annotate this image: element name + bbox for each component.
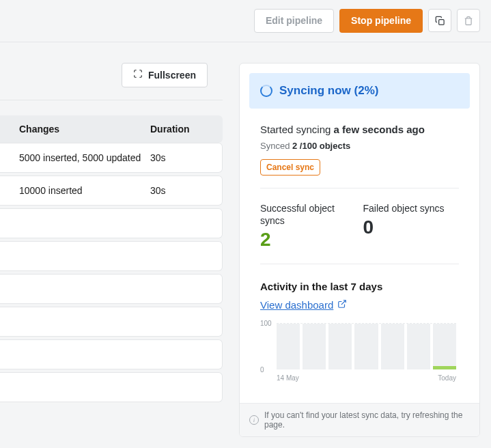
delete-button[interactable]	[457, 9, 480, 32]
cell-duration: 30s	[150, 185, 222, 196]
fullscreen-icon	[133, 69, 144, 81]
y-tick-min: 0	[260, 366, 264, 374]
table-row[interactable]: 5000 inserted, 5000 updated30s	[0, 143, 223, 173]
chart-bar	[381, 324, 404, 369]
copy-icon	[435, 16, 445, 26]
dashboard-link-label: View dashboard	[260, 299, 333, 311]
spinner-icon	[260, 85, 272, 97]
activity-table-panel: Fullscreen Changes Duration 5000 inserte…	[0, 51, 223, 448]
sync-status-panel: Syncing now (2%) Started syncing a few s…	[239, 63, 480, 437]
stat-successful-label: Successful object syncs	[260, 202, 356, 227]
cell-duration: 30s	[150, 152, 222, 163]
changes-table: Changes Duration 5000 inserted, 5000 upd…	[0, 100, 223, 448]
started-ago: a few seconds ago	[334, 124, 425, 135]
started-prefix: Started syncing	[260, 124, 334, 135]
sync-banner-title: Syncing now (2%)	[279, 84, 378, 98]
x-tick-end: Today	[438, 374, 456, 382]
chart-bar	[328, 324, 352, 369]
activity-chart: 100 0 14 May Today	[260, 320, 459, 382]
table-row-empty	[0, 241, 223, 271]
y-tick-max: 100	[260, 319, 272, 326]
chart-bar	[354, 324, 378, 369]
col-header-changes: Changes	[0, 124, 150, 135]
panel-footer: i If you can't find your latest sync dat…	[240, 403, 479, 436]
chart-bar	[407, 324, 430, 369]
sync-banner: Syncing now (2%)	[249, 73, 470, 109]
external-link-icon	[337, 299, 347, 311]
stat-failed-value: 0	[363, 216, 460, 239]
chart-bar	[303, 324, 326, 369]
cell-changes: 10000 inserted	[0, 185, 150, 196]
chart-bar	[433, 324, 456, 369]
synced-value: 2 /100 objects	[292, 141, 350, 151]
fullscreen-label: Fullscreen	[148, 70, 196, 81]
cell-changes: 5000 inserted, 5000 updated	[0, 152, 150, 163]
table-row-empty	[0, 307, 223, 337]
stat-successful-value: 2	[260, 228, 356, 251]
stat-successful: Successful object syncs 2	[260, 202, 356, 251]
edit-pipeline-button: Edit pipeline	[254, 9, 334, 33]
stat-failed-label: Failed object syncs	[363, 202, 460, 214]
table-row[interactable]: 10000 inserted30s	[0, 176, 223, 206]
footer-text: If you can't find your latest sync data,…	[264, 410, 470, 430]
divider	[260, 264, 459, 264]
top-toolbar: Edit pipeline Stop pipeline	[0, 0, 491, 42]
divider	[260, 188, 459, 188]
table-header-row: Changes Duration	[0, 115, 223, 143]
synced-prefix: Synced	[260, 141, 292, 151]
chart-bar	[277, 324, 300, 369]
view-dashboard-link[interactable]: View dashboard	[260, 299, 459, 311]
x-axis: 14 May Today	[277, 374, 456, 382]
synced-count-line: Synced 2 /100 objects	[260, 141, 459, 151]
stop-pipeline-button[interactable]: Stop pipeline	[339, 9, 423, 33]
fullscreen-button[interactable]: Fullscreen	[122, 63, 208, 87]
x-tick-start: 14 May	[277, 374, 299, 382]
info-icon: i	[249, 415, 259, 425]
table-row-empty	[0, 274, 223, 304]
table-row-empty	[0, 372, 223, 402]
table-row-empty	[0, 208, 223, 238]
copy-button[interactable]	[428, 9, 451, 32]
table-row-empty	[0, 339, 223, 369]
stat-failed: Failed object syncs 0	[363, 202, 460, 251]
cancel-sync-button[interactable]: Cancel sync	[260, 159, 320, 176]
started-syncing-line: Started syncing a few seconds ago	[260, 124, 459, 135]
activity-title: Activity in the last 7 days	[260, 281, 459, 292]
svg-rect-0	[438, 20, 444, 25]
trash-icon	[464, 16, 473, 26]
col-header-duration: Duration	[150, 124, 223, 135]
